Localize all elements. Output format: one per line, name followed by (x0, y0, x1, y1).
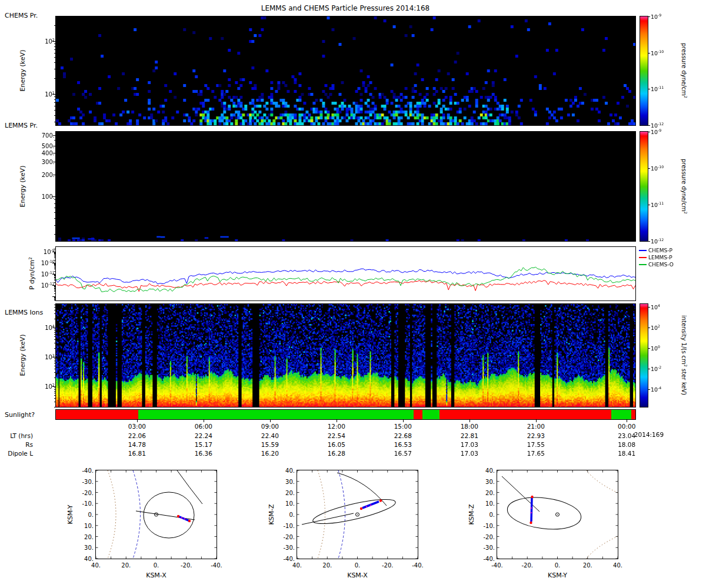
ephemeris-value: 14.78 (128, 441, 146, 448)
colorbar-pressure-2-tick-label: 10-11 (651, 201, 664, 208)
ephemeris-value: 22.68 (394, 432, 412, 439)
orbit-y-tick-label: -20. (483, 533, 495, 540)
orbit-y-tick-label: -30. (283, 544, 295, 551)
sunlight-segment (422, 410, 440, 419)
colorbar-pressure-1-tick (648, 53, 650, 54)
legend-label: CHEMS-P (648, 248, 672, 253)
sunlight-segment (439, 410, 611, 419)
orbit-x-tick-label: 40. (91, 562, 101, 569)
time-tick-label: 15:00 (394, 423, 412, 430)
colorbar-intensity-tick-label: 102 (651, 324, 660, 331)
orbit-y-tick-label: -40. (283, 556, 295, 562)
chems-y-minor-tick (54, 106, 56, 106)
ions-y-minor-tick (54, 402, 56, 402)
orbit-y-tick-label: 0. (289, 512, 295, 518)
lemms-y-tick-label: 300. (42, 159, 55, 165)
lemms-y-tick-label: 400. (42, 149, 55, 156)
lemms-pressure-spectrogram (56, 132, 635, 241)
marker-magenta-2 (184, 518, 186, 520)
marker-magenta-2 (370, 505, 372, 506)
time-tick-label: 03:00 (128, 423, 146, 430)
panel-label-chems: CHEMS Pr. (5, 12, 38, 19)
orbit-y-tick-label: 40. (285, 467, 295, 474)
pressure-y-tick-label: 10-10 (41, 259, 55, 266)
panel-label-lemms: LEMMS Pr. (5, 122, 38, 129)
marker-red-2 (360, 507, 362, 510)
ephemeris-value: 17.65 (527, 450, 545, 457)
orbit-y-tick-label: -10. (82, 500, 94, 507)
incoming-arc (177, 470, 202, 504)
time-tick (536, 419, 537, 422)
ions-y-minor-tick (54, 391, 56, 392)
orbit-ellipse (505, 494, 582, 533)
ephemeris-value: 16.28 (328, 450, 345, 457)
chems-y-minor-tick (54, 99, 56, 100)
chems-y-minor-tick (54, 115, 56, 116)
orbit-y-tick-label: 40. (84, 556, 94, 562)
ephemeris-row-label: Rs (0, 441, 33, 448)
ephemeris-value: 18.08 (618, 441, 635, 448)
colorbar-pressure-2-tick (648, 168, 650, 169)
panel-label-ions: LEMMS Ions (5, 309, 43, 316)
ephemeris-value: 16.53 (394, 441, 412, 448)
ephemeris-value: 17.03 (461, 441, 478, 448)
orbit-y-tick-label: 20. (84, 533, 94, 540)
pressure-y-minor-tick (54, 297, 56, 298)
ions-y-minor-tick (54, 362, 56, 362)
time-tick (270, 419, 271, 422)
orbit-x-tick-label: 20. (322, 562, 332, 569)
ephemeris-value: 16.57 (394, 450, 412, 457)
ions-y-minor-tick (54, 305, 56, 305)
pressure-y-axis-title: P dyn/cm2 (28, 257, 36, 290)
orbit-y-tick-label: -30. (483, 544, 495, 551)
orbit-y-tick-label: 10. (485, 500, 495, 507)
trajectory-line (502, 476, 540, 512)
ions-y-minor-tick (54, 398, 56, 399)
pressure-y-minor-tick (54, 299, 56, 300)
ions-y-minor-tick (54, 369, 56, 369)
magnetopause-curve (338, 470, 345, 559)
ephemeris-value: 17.55 (527, 441, 545, 448)
marker-magenta-1 (366, 506, 368, 507)
marker-magenta-1 (181, 517, 183, 519)
ions-y-axis-title: Energy (keV) (19, 335, 26, 376)
ephemeris-value: 22.81 (461, 432, 478, 439)
colorbar-intensity-tick-label: 10-2 (651, 365, 661, 372)
lemms-y-minor-tick (54, 212, 56, 213)
lemms-y-minor-tick (54, 140, 56, 141)
colorbar2-unit-label: pressure dyne/cm2 (681, 159, 688, 214)
time-tick-label: 09:00 (261, 423, 279, 430)
saturn-dot (357, 514, 358, 514)
colorbar-intensity-tick (648, 348, 650, 349)
orbit-x-tick-label: 0. (154, 562, 159, 569)
orbit-plot-xy (96, 470, 217, 559)
colorbar-pressure-2-tick-label: 10-12 (651, 238, 664, 245)
ephemeris-value: 18.41 (618, 450, 635, 457)
orbit-y-tick-label: -10. (483, 522, 495, 529)
chems-y-minor-tick (54, 57, 56, 58)
ions-y-tick-label: 102 (45, 383, 55, 390)
orbit-y-tick-label: 30. (84, 544, 94, 551)
ions-intensity-spectrogram (56, 304, 635, 407)
colorbar-pressure-1-tick-label: 10-11 (651, 85, 664, 92)
colorbar-intensity-tick (648, 369, 650, 369)
time-tick-label: 00:00 (618, 423, 635, 430)
orbit-x-tick-label: -20. (181, 562, 192, 569)
orbit-x-tick-label: -20. (382, 562, 394, 569)
ions-y-tick-label: 103 (45, 353, 55, 360)
orbit-x-tick-label: -20. (521, 562, 533, 569)
lemms-y-minor-tick (54, 225, 56, 226)
time-tick (137, 419, 138, 422)
orbit-x-axis-title: KSM-Y (548, 572, 567, 579)
marker-red-1 (379, 499, 382, 502)
ions-y-minor-tick (54, 372, 56, 373)
colorbar-intensity-tick (648, 389, 650, 390)
pressure-y-minor-tick (54, 280, 56, 280)
orbit-x-tick-label: 20. (583, 562, 592, 569)
bow-shock-lower (587, 536, 618, 559)
orbit-y-axis-title: KSM-Z (268, 504, 275, 524)
ions-y-minor-tick (54, 393, 56, 393)
orbit-y-tick-label: 10. (84, 522, 94, 529)
sunlight-segment (414, 410, 422, 419)
ephemeris-row-label: Dipole L (0, 450, 33, 457)
